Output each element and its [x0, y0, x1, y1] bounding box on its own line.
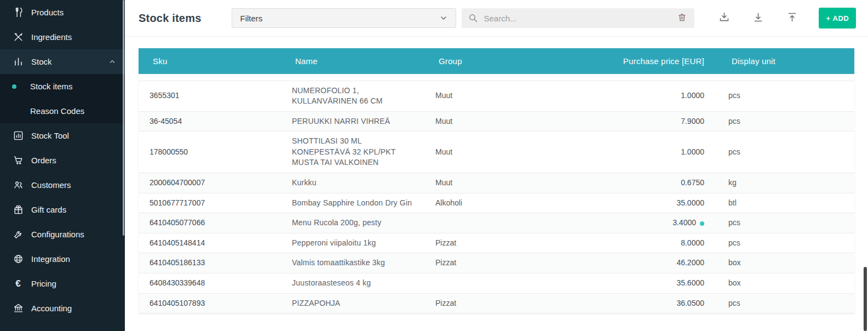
sidebar-item-label: Accounting [31, 304, 72, 313]
table-header-row: Sku Name Group Purchase price [EUR] Disp… [139, 48, 854, 74]
clear-search-button[interactable] [676, 12, 688, 25]
integration-icon [12, 253, 24, 265]
cell-display-unit: pcs [717, 132, 854, 173]
sidebar-item-stock-tool[interactable]: Stock Tool [0, 123, 125, 148]
cell-name: Valmis tomaattikastike 3kg [281, 253, 424, 273]
cell-purchase-price: 1.0000 [561, 132, 717, 173]
stock-submenu: Stock items Reason Codes [0, 74, 125, 123]
cell-sku: 6408430339648 [139, 273, 281, 294]
download-button[interactable] [746, 7, 770, 29]
euro-glyph: € [15, 278, 20, 289]
table-row[interactable]: 2000604700007KurkkuMuut0.6750kg [139, 173, 854, 193]
active-dot [12, 84, 16, 89]
cell-name: PERUUKKI NARRI VIHREÄ [281, 111, 424, 132]
cell-group: Muut [424, 81, 561, 111]
cell-purchase-price: 1.0000 [561, 81, 717, 111]
download-tray-icon [718, 12, 730, 25]
cell-name: Kurkku [281, 173, 424, 193]
sidebar-item-products[interactable]: Products [0, 0, 125, 25]
arrow-up-from-line-icon [786, 12, 798, 25]
topbar: Stock items Filters [125, 0, 868, 36]
sidebar-item-customers[interactable]: Customers [0, 173, 125, 197]
table-row[interactable]: 6410405186133Valmis tomaattikastike 3kgP… [139, 253, 854, 273]
pricing-icon: € [12, 278, 24, 290]
column-header-purchase-price[interactable]: Purchase price [EUR] [561, 48, 717, 74]
sidebar-item-label: Gift cards [31, 205, 66, 214]
export-button[interactable] [712, 7, 736, 29]
table-row[interactable]: 178000550SHOTTILASI 30 ML KONEPESTÄVÄ 32… [139, 132, 854, 173]
price-value: 35.6000 [676, 278, 704, 287]
sidebar-item-accounting[interactable]: Accounting [0, 296, 125, 321]
sidebar-item-reason-codes[interactable]: Reason Codes [0, 99, 125, 123]
search-box [462, 8, 694, 28]
ingredients-icon [12, 31, 24, 43]
add-button[interactable]: + ADD [819, 8, 856, 28]
table-row[interactable]: 5010677717007Bombay Sapphire London Dry … [139, 193, 854, 213]
sidebar-item-label: Products [31, 8, 64, 17]
filters-label: Filters [240, 14, 262, 23]
cell-group: Muut [424, 173, 561, 193]
sidebar-item-configurations[interactable]: Configurations [0, 222, 125, 247]
cell-group: Muut [424, 132, 561, 173]
sidebar-item-stock[interactable]: Stock [0, 49, 125, 74]
column-header-name[interactable]: Name [281, 48, 424, 74]
column-header-group[interactable]: Group [424, 48, 561, 74]
cell-sku: 6410405148414 [139, 233, 281, 253]
arrow-down-to-line-icon [752, 12, 764, 25]
sidebar: Products Ingredients Stock Stock items R… [0, 0, 125, 331]
chevron-down-icon [439, 14, 448, 22]
sidebar-item-gift-cards[interactable]: Gift cards [0, 197, 125, 222]
stock-icon [12, 56, 24, 68]
table-row[interactable]: 3655301NUMEROFOLIO 1, KULLANVÄRINEN 66 C… [139, 81, 854, 111]
cell-sku: 36-45054 [139, 111, 281, 132]
cell-display-unit: pcs [717, 213, 854, 233]
cell-name: SHOTTILASI 30 ML KONEPESTÄVÄ 32 KPL/PKT … [281, 132, 424, 173]
price-value: 0.6750 [681, 178, 704, 187]
cell-name: PIZZAPOHJA [281, 293, 424, 313]
sidebar-item-label: Ingredients [31, 32, 72, 42]
sidebar-item-pricing[interactable]: € Pricing [0, 271, 125, 296]
sidebar-subitem-label: Reason Codes [30, 106, 84, 116]
cell-name: Bombay Sapphire London Dry Gin [281, 193, 424, 213]
sidebar-item-orders[interactable]: Orders [0, 148, 125, 173]
sidebar-item-label: Orders [31, 156, 56, 165]
column-header-sku[interactable]: Sku [139, 48, 281, 74]
table-row[interactable]: 6410405148414Pepperoni viipaloitu 1kgPiz… [139, 233, 854, 253]
cell-display-unit: pcs [717, 233, 854, 253]
filters-dropdown[interactable]: Filters [232, 8, 456, 28]
chevron-up-icon [108, 58, 116, 66]
search-input[interactable] [484, 14, 676, 23]
cell-group: Pizzat [424, 233, 561, 253]
cell-display-unit: pcs [717, 81, 854, 111]
vertical-scrollbar[interactable] [864, 267, 867, 331]
table-row[interactable]: 36-45054PERUUKKI NARRI VIHREÄMuut7.9000p… [139, 111, 854, 132]
column-header-display-unit[interactable]: Display unit [717, 48, 854, 74]
sidebar-item-ingredients[interactable]: Ingredients [0, 25, 125, 49]
sidebar-scrollbar[interactable] [123, 0, 124, 236]
table-row[interactable]: 6408430339648Juustoraasteseos 4 kg35.600… [139, 273, 854, 294]
gift-cards-icon [12, 204, 24, 216]
upload-button[interactable] [780, 7, 804, 29]
cell-sku: 6410405077066 [139, 213, 281, 233]
sidebar-item-label: Stock [31, 57, 52, 66]
stock-table-body: 3655301NUMEROFOLIO 1, KULLANVÄRINEN 66 C… [139, 74, 854, 313]
price-value: 1.0000 [681, 147, 704, 156]
price-value: 36.0500 [676, 299, 704, 307]
sidebar-item-integration[interactable]: Integration [0, 247, 125, 271]
cell-sku: 3655301 [139, 81, 281, 111]
sidebar-item-stock-items[interactable]: Stock items [0, 74, 125, 99]
table-row[interactable]: 6410405077066Menu Rucola 200g, pesty3.40… [139, 213, 854, 233]
cell-purchase-price: 7.9000 [561, 111, 717, 132]
sidebar-item-label: Integration [31, 254, 70, 264]
cell-sku: 178000550 [139, 132, 281, 173]
price-value: 46.2000 [676, 258, 704, 267]
sidebar-item-label: Stock Tool [31, 131, 69, 140]
table-row[interactable]: 6410405107893PIZZAPOHJAPizzat36.0500pcs [139, 293, 854, 313]
cell-name: Pepperoni viipaloitu 1kg [281, 233, 424, 253]
sidebar-item-label: Configurations [31, 230, 84, 239]
cell-purchase-price: 8.0000 [561, 233, 717, 253]
cell-display-unit: box [717, 273, 854, 294]
cell-group: Alkoholi [424, 193, 561, 213]
cell-sku: 6410405107893 [139, 293, 281, 313]
cell-group: Muut [424, 111, 561, 132]
